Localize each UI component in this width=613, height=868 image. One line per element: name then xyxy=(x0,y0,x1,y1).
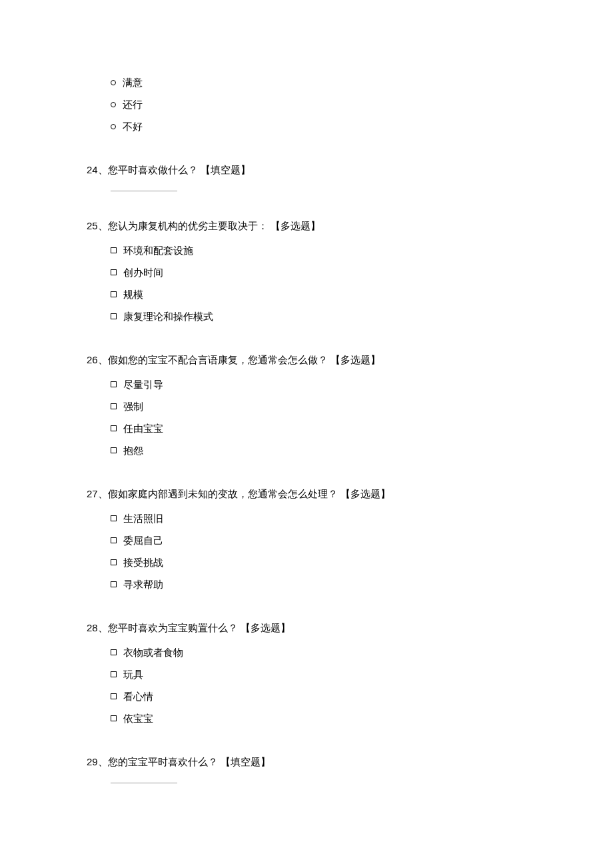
fill-blank-line[interactable] xyxy=(111,191,177,191)
question-number: 25 xyxy=(87,220,98,231)
checkbox-icon xyxy=(111,269,117,275)
question-25: 25、您认为康复机构的优劣主要取决于： 【多选题】 环境和配套设施 创办时间 规… xyxy=(87,217,526,325)
checkbox-icon xyxy=(111,649,117,655)
checkbox-icon xyxy=(111,515,117,521)
option-text: 委屈自己 xyxy=(123,531,163,549)
question-26: 26、假如您的宝宝不配合言语康复，您通常会怎么做？ 【多选题】 尽量引导 强制 … xyxy=(87,351,526,459)
option-item[interactable]: 环境和配套设施 xyxy=(111,241,526,259)
checkbox-icon xyxy=(111,313,117,319)
option-text: 依宝宝 xyxy=(123,709,153,727)
option-text: 康复理论和操作模式 xyxy=(123,307,213,325)
question-number: 29 xyxy=(87,756,98,767)
question-27: 27、假如家庭内部遇到未知的变故，您通常会怎么处理？ 【多选题】 生活照旧 委屈… xyxy=(87,485,526,593)
option-item[interactable]: 规模 xyxy=(111,285,526,303)
question-title: 28、您平时喜欢为宝宝购置什么？ 【多选题】 xyxy=(87,619,526,637)
radio-icon xyxy=(111,124,116,129)
option-item[interactable]: 抱怨 xyxy=(111,441,526,459)
question-text: 假如您的宝宝不配合言语康复，您通常会怎么做？ xyxy=(108,354,328,365)
question-number: 26 xyxy=(87,354,98,365)
option-item[interactable]: 任由宝宝 xyxy=(111,419,526,437)
option-item[interactable]: 接受挑战 xyxy=(111,553,526,571)
option-item[interactable]: 寻求帮助 xyxy=(111,575,526,593)
option-text: 还行 xyxy=(123,95,143,113)
question-28: 28、您平时喜欢为宝宝购置什么？ 【多选题】 衣物或者食物 玩具 看心情 依宝宝 xyxy=(87,619,526,727)
checkbox-icon xyxy=(111,715,117,721)
question-number: 24 xyxy=(87,164,98,175)
question-text: 您认为康复机构的优劣主要取决于： xyxy=(108,220,268,231)
checkbox-icon xyxy=(111,425,117,431)
option-text: 规模 xyxy=(123,285,143,303)
question-text: 您平时喜欢做什么？ xyxy=(108,164,198,175)
option-item[interactable]: 看心情 xyxy=(111,687,526,705)
option-text: 满意 xyxy=(123,73,143,91)
question-29: 29、您的宝宝平时喜欢什么？ 【填空题】 xyxy=(87,753,526,783)
question-title: 25、您认为康复机构的优劣主要取决于： 【多选题】 xyxy=(87,217,526,235)
checkbox-icon xyxy=(111,559,117,565)
option-text: 玩具 xyxy=(123,665,143,683)
checkbox-icon xyxy=(111,581,117,587)
question-title: 27、假如家庭内部遇到未知的变故，您通常会怎么处理？ 【多选题】 xyxy=(87,485,526,503)
option-text: 任由宝宝 xyxy=(123,419,163,437)
question-title: 29、您的宝宝平时喜欢什么？ 【填空题】 xyxy=(87,753,526,771)
option-text: 衣物或者食物 xyxy=(123,643,183,661)
option-text: 不好 xyxy=(123,117,143,135)
option-list: 衣物或者食物 玩具 看心情 依宝宝 xyxy=(111,643,526,727)
question-23-partial: 满意 还行 不好 xyxy=(87,73,526,135)
question-title: 26、假如您的宝宝不配合言语康复，您通常会怎么做？ 【多选题】 xyxy=(87,351,526,369)
checkbox-icon xyxy=(111,291,117,297)
option-item[interactable]: 玩具 xyxy=(111,665,526,683)
question-text: 您平时喜欢为宝宝购置什么？ xyxy=(108,622,238,633)
option-item[interactable]: 创办时间 xyxy=(111,263,526,281)
option-text: 寻求帮助 xyxy=(123,575,163,593)
checkbox-icon xyxy=(111,537,117,543)
option-item[interactable]: 委屈自己 xyxy=(111,531,526,549)
option-text: 环境和配套设施 xyxy=(123,241,193,259)
option-list: 尽量引导 强制 任由宝宝 抱怨 xyxy=(111,375,526,459)
question-24: 24、您平时喜欢做什么？ 【填空题】 xyxy=(87,161,526,191)
option-item[interactable]: 依宝宝 xyxy=(111,709,526,727)
checkbox-icon xyxy=(111,403,117,409)
option-text: 接受挑战 xyxy=(123,553,163,571)
checkbox-icon xyxy=(111,381,117,387)
option-item[interactable]: 康复理论和操作模式 xyxy=(111,307,526,325)
option-item[interactable]: 强制 xyxy=(111,397,526,415)
option-text: 创办时间 xyxy=(123,263,163,281)
option-item[interactable]: 衣物或者食物 xyxy=(111,643,526,661)
question-type-label: 【多选题】 xyxy=(271,220,320,231)
option-text: 看心情 xyxy=(123,687,153,705)
option-item[interactable]: 生活照旧 xyxy=(111,509,526,527)
question-text: 您的宝宝平时喜欢什么？ xyxy=(108,756,218,767)
question-type-label: 【多选题】 xyxy=(330,354,380,365)
checkbox-icon xyxy=(111,693,117,699)
option-text: 抱怨 xyxy=(123,441,143,459)
option-item[interactable]: 不好 xyxy=(111,117,526,135)
fill-blank-line[interactable] xyxy=(111,783,177,783)
option-list: 环境和配套设施 创办时间 规模 康复理论和操作模式 xyxy=(111,241,526,325)
option-item[interactable]: 满意 xyxy=(111,73,526,91)
question-text: 假如家庭内部遇到未知的变故，您通常会怎么处理？ xyxy=(108,488,338,499)
question-title: 24、您平时喜欢做什么？ 【填空题】 xyxy=(87,161,526,179)
option-list: 生活照旧 委屈自己 接受挑战 寻求帮助 xyxy=(111,509,526,593)
radio-icon xyxy=(111,80,116,85)
question-number: 27 xyxy=(87,488,98,499)
option-item[interactable]: 尽量引导 xyxy=(111,375,526,393)
question-number: 28 xyxy=(87,622,98,633)
option-item[interactable]: 还行 xyxy=(111,95,526,113)
question-type-label: 【多选题】 xyxy=(340,488,390,499)
checkbox-icon xyxy=(111,447,117,453)
checkbox-icon xyxy=(111,671,117,677)
checkbox-icon xyxy=(111,247,117,253)
question-type-label: 【多选题】 xyxy=(241,622,291,633)
option-text: 强制 xyxy=(123,397,143,415)
radio-icon xyxy=(111,102,116,107)
option-text: 生活照旧 xyxy=(123,509,163,527)
option-text: 尽量引导 xyxy=(123,375,163,393)
question-type-label: 【填空题】 xyxy=(221,756,271,767)
option-list: 满意 还行 不好 xyxy=(111,73,526,135)
question-type-label: 【填空题】 xyxy=(201,164,251,175)
